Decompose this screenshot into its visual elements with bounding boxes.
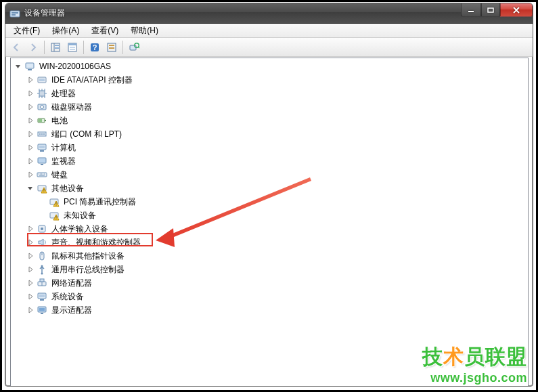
tree-node-label: 声音、视频和游戏控制器: [50, 235, 142, 250]
svg-rect-10: [68, 43, 76, 45]
device-icon: [37, 169, 47, 180]
device-icon: [37, 129, 47, 139]
menu-help[interactable]: 帮助(H): [125, 24, 164, 38]
expand-arrow-icon[interactable]: [26, 251, 35, 261]
tree-node-label: 计算机: [50, 140, 77, 155]
device-icon: [37, 251, 47, 261]
properties-button[interactable]: [64, 39, 81, 56]
tree-node-root[interactable]: WIN-20200106GAS: [14, 60, 528, 73]
svg-rect-21: [26, 63, 34, 68]
svg-point-33: [41, 133, 43, 135]
action-button[interactable]: [104, 39, 120, 56]
svg-text:!: !: [55, 215, 57, 220]
tree-node-label: 其他设备: [50, 181, 85, 196]
svg-rect-37: [40, 150, 44, 152]
svg-rect-63: [39, 308, 45, 311]
svg-rect-3: [468, 11, 474, 12]
expand-arrow-icon[interactable]: [26, 170, 35, 179]
tree-node-label: 系统设备: [50, 289, 85, 304]
svg-text:?: ?: [93, 43, 97, 51]
expand-arrow-icon[interactable]: [26, 143, 35, 152]
tree-node-label: 显示适配器: [50, 303, 93, 318]
tree-node-item7[interactable]: 键盘: [14, 168, 528, 181]
svg-rect-36: [39, 146, 45, 148]
svg-text:!: !: [55, 202, 57, 206]
scan-hardware-button[interactable]: [126, 39, 142, 56]
svg-point-55: [41, 265, 43, 267]
device-icon: [37, 237, 47, 248]
expand-arrow-icon[interactable]: [26, 305, 35, 315]
menu-action[interactable]: 操作(A): [47, 24, 85, 38]
titlebar[interactable]: 设备管理器: [5, 3, 533, 24]
svg-rect-24: [39, 79, 45, 81]
tree-node-item0[interactable]: IDE ATA/ATAPI 控制器: [14, 73, 528, 87]
expand-arrow-icon[interactable]: [26, 116, 35, 125]
toolbar-separator: [83, 41, 84, 54]
window-controls: [461, 3, 533, 17]
svg-rect-0: [10, 11, 20, 17]
forward-button[interactable]: [25, 39, 41, 56]
tree-node-item1[interactable]: 处理器: [14, 87, 528, 100]
toolbar: ?: [5, 38, 533, 57]
expand-arrow-icon[interactable]: [26, 129, 35, 139]
help-button[interactable]: ?: [87, 39, 103, 56]
svg-rect-38: [38, 158, 46, 163]
tree-node-label: 未知设备: [62, 208, 97, 223]
tree-node-item8-child1[interactable]: !未知设备: [14, 209, 528, 222]
tree-node-item8-child0[interactable]: !PCI 简易通讯控制器: [14, 195, 528, 209]
device-icon: [37, 291, 47, 302]
tree-node-item15[interactable]: 显示适配器: [14, 303, 528, 317]
toolbar-separator: [44, 41, 45, 54]
tree-node-item12[interactable]: 通用串行总线控制器: [14, 263, 528, 276]
expand-arrow-icon[interactable]: [26, 292, 35, 301]
tree-node-item5[interactable]: 计算机: [14, 141, 528, 154]
svg-rect-22: [28, 69, 32, 70]
tree-node-item8[interactable]: !其他设备: [14, 181, 528, 195]
expand-arrow-icon[interactable]: [26, 265, 35, 274]
device-icon: [24, 61, 35, 72]
expand-arrow-icon[interactable]: [26, 156, 35, 166]
tree-node-item11[interactable]: 鼠标和其他指针设备: [14, 249, 528, 263]
device-icon: [37, 156, 47, 167]
toolbar-separator: [122, 41, 123, 54]
menubar: 文件(F) 操作(A) 查看(V) 帮助(H): [5, 24, 533, 38]
device-icon: [37, 278, 47, 288]
svg-rect-57: [40, 279, 44, 282]
device-icon: !: [49, 210, 60, 221]
menu-file[interactable]: 文件(F): [8, 24, 45, 38]
close-button[interactable]: [500, 3, 533, 17]
svg-rect-25: [39, 91, 45, 96]
tree-node-item10[interactable]: 声音、视频和游戏控制器: [14, 236, 528, 249]
minimize-button[interactable]: [461, 3, 481, 17]
tree-node-item2[interactable]: 磁盘驱动器: [14, 100, 528, 114]
device-icon: [37, 74, 47, 85]
expand-arrow-icon[interactable]: [26, 238, 35, 247]
tree-node-item13[interactable]: 网络适配器: [14, 276, 528, 290]
tree-node-label: PCI 简易通讯控制器: [62, 194, 137, 209]
maximize-button[interactable]: [481, 3, 500, 17]
collapse-arrow-icon[interactable]: [14, 62, 23, 71]
device-icon: !: [37, 183, 47, 194]
svg-point-27: [41, 106, 44, 109]
expand-arrow-icon[interactable]: [26, 102, 35, 112]
tree-node-item3[interactable]: 电池: [14, 114, 528, 127]
device-icon: [37, 305, 47, 315]
expand-arrow-icon[interactable]: [26, 75, 35, 85]
tree-node-item4[interactable]: 端口 (COM 和 LPT): [14, 127, 528, 141]
expand-arrow-icon[interactable]: [26, 278, 35, 288]
collapse-arrow-icon[interactable]: [26, 183, 35, 193]
device-tree[interactable]: WIN-20200106GASIDE ATA/ATAPI 控制器处理器磁盘驱动器…: [10, 58, 529, 387]
menu-view[interactable]: 查看(V): [86, 24, 124, 38]
show-hide-tree-button[interactable]: [47, 39, 64, 56]
back-button[interactable]: [8, 39, 24, 56]
tree-node-item6[interactable]: 监视器: [14, 154, 528, 168]
window-title: 设备管理器: [24, 7, 65, 19]
device-icon: [37, 264, 47, 275]
expand-arrow-icon[interactable]: [26, 89, 35, 98]
expand-arrow-icon[interactable]: [26, 224, 35, 234]
svg-rect-40: [37, 173, 47, 177]
tree-node-item9[interactable]: 人体学输入设备: [14, 222, 528, 236]
tree-node-label: 电池: [50, 113, 69, 128]
tree-node-label: 端口 (COM 和 LPT): [50, 127, 123, 141]
tree-node-item14[interactable]: 系统设备: [14, 290, 528, 303]
